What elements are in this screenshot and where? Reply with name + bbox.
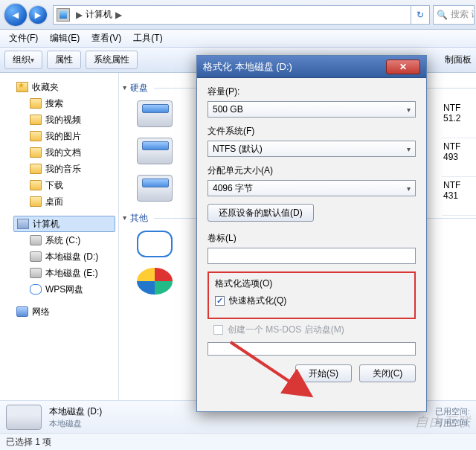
details-name: 本地磁盘 (D:) — [49, 405, 102, 418]
folder-icon — [30, 147, 42, 158]
quick-format-checkbox[interactable]: ✓ 快速格式化(Q) — [215, 295, 408, 307]
tree-item[interactable]: 我的视频 — [0, 112, 118, 128]
format-dialog: 格式化 本地磁盘 (D:) ✕ 容量(P): 500 GB 文件系统(F) NT… — [196, 55, 427, 412]
app-icon — [137, 268, 173, 295]
drive-icon — [30, 235, 42, 245]
close-button[interactable]: 关闭(C) — [359, 364, 416, 382]
tree-item-drive[interactable]: 本地磁盘 (D:) — [0, 248, 118, 265]
size-label: 493 — [443, 152, 476, 162]
tree-label: 搜索 — [45, 97, 63, 110]
tree-label: WPS网盘 — [45, 283, 83, 296]
volume-input[interactable] — [208, 248, 416, 264]
folder-icon — [30, 180, 42, 190]
dialog-title: 格式化 本地磁盘 (D:) — [203, 60, 292, 74]
fs-label: NTF — [443, 141, 476, 152]
tree-label: 桌面 — [45, 196, 63, 208]
tree-item[interactable]: 我的文档 — [0, 144, 118, 161]
nav-back-button[interactable]: ◄ — [4, 4, 27, 26]
size-label: 51.2 — [443, 113, 476, 123]
drive-icon — [30, 251, 42, 262]
alloc-combo[interactable]: 4096 字节 — [208, 180, 416, 196]
group-label: 其他 — [130, 212, 148, 225]
tree-label: 我的图片 — [45, 130, 81, 143]
restore-defaults-button[interactable]: 还原设备的默认值(D) — [208, 204, 314, 222]
fs-label: NTF — [443, 180, 476, 190]
menu-bar: 文件(F) 编辑(E) 查看(V) 工具(T) — [0, 30, 476, 48]
tree-item-drive[interactable]: WPS网盘 — [0, 281, 118, 298]
drive-icon — [137, 175, 173, 202]
tree-item[interactable]: 桌面 — [0, 193, 118, 210]
tree-item[interactable]: 我的音乐 — [0, 161, 118, 177]
tree-label: 计算机 — [33, 218, 60, 231]
tree-label: 本地磁盘 (D:) — [45, 251, 98, 263]
start-button[interactable]: 开始(S) — [295, 364, 352, 382]
menu-tools[interactable]: 工具(T) — [127, 30, 168, 47]
folder-icon — [30, 164, 42, 174]
refresh-button[interactable]: ↻ — [411, 5, 430, 25]
folder-icon — [30, 196, 42, 207]
tree-item[interactable]: 下载 — [0, 177, 118, 193]
chevron-right-icon: ▶ — [73, 10, 86, 20]
drive-icon — [30, 284, 42, 295]
search-placeholder: 搜索 计算 — [451, 8, 475, 21]
tree-item[interactable]: 我的图片 — [0, 128, 118, 144]
tree-label: 网络 — [32, 306, 50, 318]
menu-file[interactable]: 文件(F) — [3, 30, 44, 47]
breadcrumb[interactable]: ▶ 计算机 ▶ — [53, 5, 411, 25]
used-space-label: 已用空间: — [435, 406, 470, 417]
format-options-label: 格式化选项(O) — [215, 277, 408, 290]
checkbox-icon — [213, 325, 223, 335]
navigation-tree: 收藏夹搜索我的视频我的图片我的文档我的音乐下载桌面 计算机 系统 (C:)本地磁… — [0, 73, 119, 400]
filesystem-label: 文件系统(F) — [208, 125, 416, 138]
breadcrumb-location[interactable]: 计算机 — [86, 8, 112, 21]
quick-format-label: 快速格式化(Q) — [229, 295, 286, 307]
cloud-drive-icon — [137, 231, 173, 257]
network-icon — [16, 306, 28, 317]
toolbar-overflow-text: 制面板 — [445, 54, 472, 66]
tree-item-computer[interactable]: 计算机 — [13, 216, 115, 232]
details-column: NTF 51.2 NTF 493 NTF 431 — [442, 100, 476, 216]
menu-edit[interactable]: 编辑(E) — [44, 30, 86, 47]
tree-label: 下载 — [45, 179, 63, 192]
checkbox-icon: ✓ — [215, 296, 225, 306]
close-icon[interactable]: ✕ — [386, 60, 420, 74]
computer-icon — [17, 219, 29, 229]
capacity-combo[interactable]: 500 GB — [208, 101, 416, 118]
details-cell: NTF 431 — [442, 177, 476, 216]
tree-label: 我的视频 — [45, 114, 81, 126]
group-label: 硬盘 — [130, 82, 148, 94]
size-label: 431 — [443, 190, 476, 201]
drive-icon — [137, 138, 173, 164]
tree-item[interactable]: 搜索 — [0, 95, 118, 112]
alloc-label: 分配单元大小(A) — [208, 164, 416, 177]
menu-view[interactable]: 查看(V) — [86, 30, 127, 47]
filesystem-value: NTFS (默认) — [213, 143, 263, 155]
search-input[interactable]: 🔍 搜索 计算 — [433, 5, 475, 25]
tree-item[interactable]: 收藏夹 — [0, 79, 118, 95]
folder-icon — [30, 98, 42, 109]
organize-button[interactable]: 组织 — [4, 51, 42, 69]
tree-item-drive[interactable]: 本地磁盘 (E:) — [0, 265, 118, 281]
tree-item-drive[interactable]: 系统 (C:) — [0, 232, 118, 248]
system-properties-button[interactable]: 系统属性 — [86, 51, 138, 69]
properties-button[interactable]: 属性 — [47, 51, 81, 69]
status-text: 已选择 1 项 — [6, 436, 51, 449]
capacity-label: 容量(P): — [208, 86, 416, 98]
capacity-value: 500 GB — [213, 104, 243, 115]
alloc-value: 4096 字节 — [213, 182, 253, 195]
drive-icon — [137, 100, 173, 127]
dialog-titlebar[interactable]: 格式化 本地磁盘 (D:) ✕ — [197, 56, 426, 78]
tree-item-network[interactable]: 网络 — [0, 303, 118, 320]
chevron-right-icon: ▶ — [112, 10, 125, 20]
filesystem-combo[interactable]: NTFS (默认) — [208, 141, 416, 157]
fs-label: NTF — [443, 103, 476, 113]
folder-icon — [16, 82, 28, 92]
nav-forward-button[interactable]: ► — [29, 6, 47, 24]
status-bar: 已选择 1 项 — [0, 433, 476, 450]
volume-label: 卷标(L) — [208, 232, 416, 245]
address-bar: ◄ ► ▶ 计算机 ▶ ↻ 🔍 搜索 计算 — [0, 0, 476, 30]
details-cell: NTF 51.2 — [442, 100, 476, 138]
msdos-checkbox: 创建一个 MS-DOS 启动盘(M) — [213, 324, 416, 336]
tree-label: 本地磁盘 (E:) — [45, 267, 98, 280]
tree-label: 我的音乐 — [45, 163, 81, 176]
